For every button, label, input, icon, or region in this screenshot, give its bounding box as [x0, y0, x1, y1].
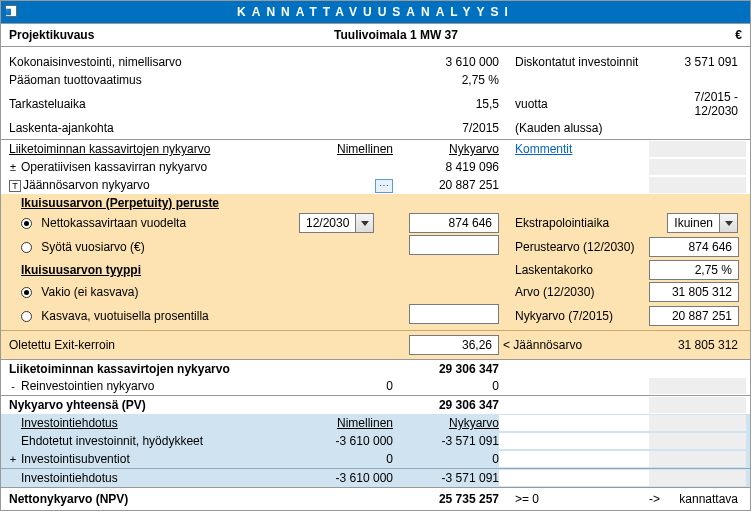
row-reinvest: -Reinvestointien nykyarvo 0 0 — [1, 377, 750, 395]
radio-enter-year[interactable] — [21, 242, 32, 253]
val-biz-pv: 29 306 347 — [399, 362, 499, 376]
expand-icon[interactable]: ▦ — [5, 5, 17, 17]
perp-basis-title: Ikuisuusarvon (Perpetuity) peruste — [9, 196, 299, 210]
plusminus-icon[interactable]: ± — [7, 161, 19, 173]
label-biz-pv: Liiketoiminnan kassavirtojen nykyarvo — [9, 362, 299, 376]
radio-growing[interactable] — [21, 311, 32, 322]
val-return: 2,75 % — [399, 73, 499, 87]
label-cf-pv: Liiketoiminnan kassavirtojen nykyarvo — [9, 142, 299, 156]
label-invest-total: Investointiehdotus — [9, 471, 299, 485]
val-reinvest-pv: 0 — [399, 379, 499, 393]
chevron-down-icon[interactable] — [719, 214, 737, 232]
row-total-investment: Kokonaisinvestointi, nimellisarvo 3 610 … — [1, 53, 750, 71]
project-name: Tuulivoimala 1 MW 37 — [299, 28, 499, 42]
label-opt-enter: Syötä vuosiarvo (€) — [41, 240, 144, 254]
val-exit-residual: 31 805 312 — [649, 338, 742, 352]
val-disc-invest: 3 571 091 — [649, 55, 742, 69]
app-window: ▦ KANNATTAVUUSANALYYSI Projektikuvaus Tu… — [0, 0, 751, 511]
investment-block: Investointiehdotus Nimellinen Nykyarvo E… — [1, 414, 750, 487]
expand-t-icon[interactable]: T — [9, 180, 21, 192]
label-npv: Nettonykyarvo (NPV) — [9, 492, 299, 506]
label-extrap: Ekstrapolointiaika — [499, 216, 649, 230]
row-perp-growing: Kasvava, vuotuisella prosentilla Nykyarv… — [1, 303, 750, 328]
val-invest: 3 610 000 — [399, 55, 499, 69]
input-exit-val[interactable]: 36,26 — [409, 335, 499, 355]
perp-type-title: Ikuisuusarvon tyyppi — [9, 263, 299, 277]
label-kauden: (Kauden alussa) — [499, 121, 649, 135]
invest-hdr-pv: Nykyarvo — [399, 416, 499, 430]
val-future-value: 31 805 312 — [649, 282, 739, 302]
row-period: Tarkasteluaika 15,5 vuotta 7/2015 - 12/2… — [1, 89, 750, 119]
label-opt-netcash: Nettokassavirtaan vuodelta — [41, 216, 186, 230]
app-title: KANNATTAVUUSANALYYSI — [237, 5, 514, 19]
input-growing-pct[interactable] — [409, 304, 499, 324]
input-netcash-val[interactable]: 874 646 — [409, 213, 499, 233]
link-comments[interactable]: Kommentit — [515, 142, 572, 156]
row-pv-total: Nykyarvo yhteensä (PV) 29 306 347 — [1, 395, 750, 414]
label-future-value: Arvo (12/2030) — [499, 285, 649, 299]
val-npv: 25 735 257 — [399, 492, 499, 506]
arrow-icon: -> — [649, 492, 660, 506]
combo-year[interactable]: 12/2030 — [299, 213, 374, 233]
invest-hdr-nom: Nimellinen — [299, 416, 399, 430]
row-cf-header: Liiketoiminnan kassavirtojen nykyarvo Ni… — [1, 140, 750, 158]
label-opt-growing: Kasvava, vuotuisella prosentilla — [41, 309, 208, 323]
label-opt-fixed: Vakio (ei kasvava) — [41, 285, 138, 299]
combo-extrap[interactable]: Ikuinen — [667, 213, 738, 233]
val-goods-nom: -3 610 000 — [299, 434, 399, 448]
currency-label: € — [735, 28, 742, 42]
label-invest: Kokonaisinvestointi, nimellisarvo — [9, 55, 299, 69]
row-return-req: Pääoman tuottovaatimus 2,75 % — [1, 71, 750, 89]
row-calc-time: Laskenta-ajankohta 7/2015 (Kauden alussa… — [1, 119, 750, 137]
val-period: 15,5 — [399, 97, 499, 111]
combo-extrap-text: Ikuinen — [668, 214, 719, 232]
row-invest-goods: Ehdotetut investoinnit, hyödykkeet -3 61… — [1, 432, 750, 450]
val-perp-pv: 20 887 251 — [649, 306, 739, 326]
project-header: Projektikuvaus Tuulivoimala 1 MW 37 € — [1, 24, 750, 47]
row-invest-header: Investointiehdotus Nimellinen Nykyarvo — [1, 414, 750, 432]
perpetuity-block: Ikuisuusarvon (Perpetuity) peruste Netto… — [1, 194, 750, 359]
label-exit: Oletettu Exit-kerroin — [9, 338, 299, 352]
val-invest-total-pv: -3 571 091 — [399, 471, 499, 485]
radio-netcash[interactable] — [21, 218, 32, 229]
label-base: Perustearvo (12/2030) — [499, 240, 649, 254]
label-period: Tarkasteluaika — [9, 97, 299, 111]
val-reinvest-nom: 0 — [299, 379, 399, 393]
val-op-cf: 8 419 096 — [399, 160, 499, 174]
input-enter-val[interactable] — [409, 235, 499, 255]
label-residual: Jäännösarvon nykyarvo — [23, 178, 150, 192]
row-residual-pv: TJäännösarvon nykyarvo ⋯ 20 887 251 — [1, 176, 750, 194]
row-perp-type-title: Ikuisuusarvon tyyppi Laskentakorko 2,75 … — [1, 259, 750, 281]
label-subs: Investointisubventiot — [21, 452, 130, 466]
label-exit-residual: Jäännösarvo — [513, 338, 582, 352]
label-pv-total: Nykyarvo yhteensä (PV) — [9, 398, 299, 412]
row-invest-subs: +Investointisubventiot 0 0 — [1, 450, 750, 468]
radio-fixed[interactable] — [21, 287, 32, 298]
val-residual: 20 887 251 — [399, 178, 499, 192]
label-rate: Laskentakorko — [499, 263, 649, 277]
npv-compare: >= 0 — [515, 492, 539, 506]
row-perp-fixed: Vakio (ei kasvava) Arvo (12/2030) 31 805… — [1, 281, 750, 303]
val-subs-pv: 0 — [399, 452, 499, 466]
row-op-cf: ±Operatiivisen kassavirran nykyarvo 8 41… — [1, 158, 750, 176]
row-npv: Nettonykyarvo (NPV) 25 735 257 >= 0 -> k… — [1, 487, 750, 510]
label-years: vuotta — [499, 97, 649, 111]
ellipsis-icon[interactable]: ⋯ — [375, 179, 393, 193]
val-pv-total: 29 306 347 — [399, 398, 499, 412]
row-exit: Oletettu Exit-kerroin 36,26 < Jäännösarv… — [1, 331, 750, 359]
label-op-cf: Operatiivisen kassavirran nykyarvo — [21, 160, 207, 174]
hdr-pv: Nykyarvo — [399, 142, 499, 156]
val-rate: 2,75 % — [649, 260, 739, 280]
label-goods: Ehdotetut investoinnit, hyödykkeet — [9, 434, 299, 448]
row-perp-enter: Syötä vuosiarvo (€) Perustearvo (12/2030… — [1, 234, 750, 259]
title-bar: ▦ KANNATTAVUUSANALYYSI — [1, 1, 750, 24]
val-invest-total-nom: -3 610 000 — [299, 471, 399, 485]
val-calc: 7/2015 — [399, 121, 499, 135]
label-perp-pv: Nykyarvo (7/2015) — [499, 309, 649, 323]
label-calc: Laskenta-ajankohta — [9, 121, 299, 135]
plus-icon: + — [7, 453, 19, 465]
combo-year-text: 12/2030 — [300, 214, 355, 232]
chevron-down-icon[interactable] — [355, 214, 373, 232]
val-subs-nom: 0 — [299, 452, 399, 466]
label-reinvest: Reinvestointien nykyarvo — [21, 379, 154, 393]
